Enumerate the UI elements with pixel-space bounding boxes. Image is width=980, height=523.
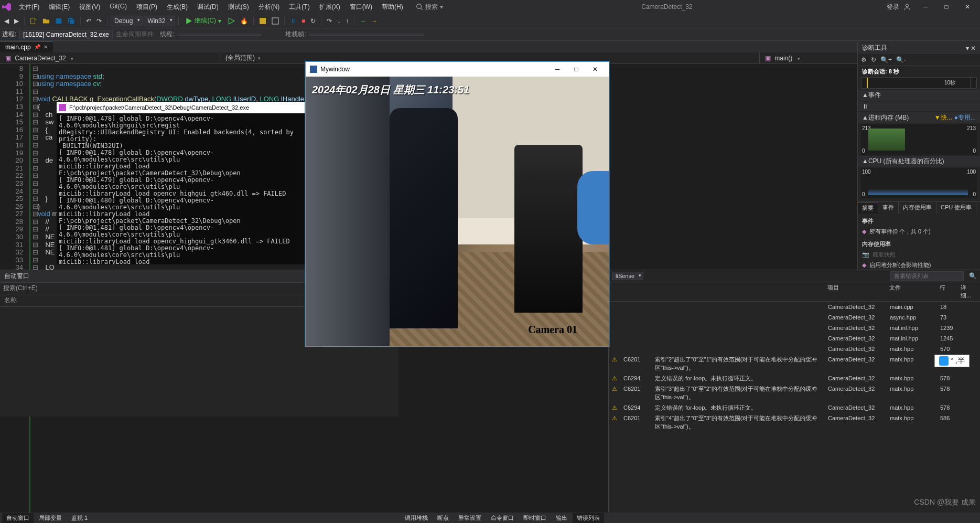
- diag-tab[interactable]: 事件: [878, 202, 899, 214]
- bottom-tab[interactable]: 调用堆栈: [401, 513, 432, 523]
- break-button[interactable]: ⏸: [288, 16, 298, 26]
- lifecycle-button[interactable]: 生命周期事件: [116, 30, 154, 39]
- error-row[interactable]: CameraDetect_32async.hpp73: [609, 312, 980, 323]
- next-stmt-button[interactable]: →: [369, 16, 380, 26]
- nav-back-button[interactable]: ◀: [2, 16, 11, 26]
- bottom-tab[interactable]: 断点: [433, 513, 453, 523]
- menu-item[interactable]: 编辑(E): [45, 1, 74, 13]
- diag-tab[interactable]: 摘要: [858, 202, 878, 214]
- menu-item[interactable]: 工具(T): [285, 1, 314, 13]
- zoom-reset-icon[interactable]: ↻: [871, 56, 876, 63]
- error-row[interactable]: ⚠C6201索引"4"超出了"0"至"3"的有效范围(对于可能在堆栈中分配的缓冲…: [609, 413, 980, 432]
- step-into-button[interactable]: ↓: [335, 16, 342, 26]
- search-icon[interactable]: 🔍: [969, 272, 977, 280]
- error-row[interactable]: CameraDetect_32matx.hpp570: [609, 344, 980, 354]
- pin-icon[interactable]: 📌: [34, 44, 40, 50]
- start-button[interactable]: [225, 16, 237, 26]
- bottom-tab[interactable]: 命令窗口: [487, 513, 518, 523]
- error-row[interactable]: ⚠C6294定义错误的 for-loop。未执行循环正文。CameraDetec…: [609, 402, 980, 413]
- maximize-button[interactable]: □: [936, 0, 957, 14]
- error-row[interactable]: CameraDetect_32mat.inl.hpp1239: [609, 323, 980, 333]
- error-search-input[interactable]: [890, 271, 964, 281]
- menu-item[interactable]: 测试(S): [224, 1, 253, 13]
- search-menu[interactable]: 搜索 ▾: [412, 2, 447, 13]
- step-over-button[interactable]: ↷: [325, 16, 334, 26]
- bottom-tab[interactable]: 即时窗口: [519, 513, 551, 523]
- menu-item[interactable]: 项目(P): [132, 1, 161, 13]
- zoom-in-icon[interactable]: 🔍+: [880, 56, 892, 63]
- minimize-button[interactable]: ─: [915, 0, 936, 14]
- platform-dropdown[interactable]: Win32: [144, 16, 175, 26]
- menu-item[interactable]: 文件(F): [15, 1, 44, 13]
- nav-project[interactable]: ▣ CameraDetect_32: [0, 54, 220, 63]
- all-events-link[interactable]: ◆所有事件(0 个，共 0 个): [862, 226, 976, 237]
- memory-section[interactable]: ▲进程内存 (MB) ▼快... ●专用...: [858, 112, 980, 123]
- process-label: 进程:: [2, 30, 16, 39]
- save-all-button[interactable]: [66, 16, 77, 26]
- diag-title[interactable]: 诊断工具 ▾ ✕: [858, 42, 980, 54]
- diag-timeline[interactable]: 10秒: [861, 77, 977, 89]
- menu-item[interactable]: 扩展(X): [315, 1, 344, 13]
- snapshot-button[interactable]: 📷截取快照: [862, 249, 976, 260]
- error-row[interactable]: CameraDetect_32mat.inl.hpp1245: [609, 333, 980, 344]
- stop-button[interactable]: ■: [299, 16, 307, 26]
- intellisense-dropdown[interactable]: liSense: [612, 272, 643, 280]
- console-titlebar[interactable]: F:\pcb\project\packet\CameraDetect_32\De…: [57, 102, 306, 113]
- windows-button[interactable]: [270, 16, 281, 26]
- bottom-tab[interactable]: 输出: [552, 513, 572, 523]
- menu-item[interactable]: 帮助(H): [378, 1, 407, 13]
- close-button[interactable]: ✕: [957, 0, 978, 14]
- events-pause[interactable]: ⏸: [858, 102, 980, 111]
- bottom-tab[interactable]: 错误列表: [573, 513, 604, 523]
- diag-tab[interactable]: CPU 使用率: [936, 202, 976, 214]
- menu-item[interactable]: 生成(B): [163, 1, 192, 13]
- config-dropdown[interactable]: Debug: [111, 16, 143, 26]
- open-button[interactable]: [40, 16, 52, 26]
- restart-button[interactable]: ↻: [308, 16, 318, 26]
- nav-fwd-button[interactable]: ▶: [12, 16, 21, 26]
- menu-item[interactable]: 窗口(W): [346, 1, 376, 13]
- error-row[interactable]: ⚠C6294定义错误的 for-loop。未执行循环正文。CameraDetec…: [609, 373, 980, 383]
- cursor-button[interactable]: →: [358, 16, 368, 26]
- step-out-button[interactable]: ↑: [343, 16, 351, 26]
- thread-dropdown[interactable]: [177, 34, 261, 36]
- diag-tab[interactable]: 内存使用率: [899, 202, 936, 214]
- bottom-tab[interactable]: 自动窗口: [2, 513, 34, 523]
- new-button[interactable]: +: [28, 16, 39, 26]
- mywindow-camera[interactable]: Mywindow ─ □ ✕ 2024年02月28日 星期三 11:23:51 …: [305, 61, 609, 347]
- cpu-section[interactable]: ▲CPU (所有处理器的百分比): [858, 156, 980, 167]
- my-maximize-button[interactable]: □: [567, 66, 586, 73]
- error-row[interactable]: ⚠C6201索引"3"超出了"0"至"2"的有效范围(对于可能在堆栈中分配的缓冲…: [609, 383, 980, 402]
- zoom-out-icon[interactable]: 🔍-: [896, 56, 906, 63]
- error-row[interactable]: ⚠C6201索引"2"超出了"0"至"1"的有效范围(对于可能在堆栈中分配的缓冲…: [609, 354, 980, 373]
- ime-candidate[interactable]: ° ,半: [934, 355, 970, 367]
- heap-profile-button[interactable]: ◆启用堆分析(会影响性能): [862, 260, 976, 270]
- menu-item[interactable]: 视图(V): [75, 1, 104, 13]
- continue-button[interactable]: 继续(C) ▾: [182, 15, 224, 26]
- process-dropdown[interactable]: [16192] CameraDetect_32.exe: [19, 30, 112, 39]
- menu-item[interactable]: 调试(D): [193, 1, 223, 13]
- save-button[interactable]: [53, 16, 64, 26]
- events-section[interactable]: ▲事件: [858, 90, 980, 101]
- menu-item[interactable]: 分析(N): [254, 1, 284, 13]
- bottom-tab[interactable]: 监视 1: [67, 513, 92, 523]
- memory-graph[interactable]: 213 213 0 0: [861, 124, 977, 155]
- tab-main-cpp[interactable]: main.cpp 📌 ✕: [0, 41, 53, 52]
- undo-button[interactable]: ↶: [84, 16, 93, 26]
- redo-button[interactable]: ↷: [94, 16, 104, 26]
- bottom-tab[interactable]: 异常设置: [454, 513, 486, 523]
- user-icon[interactable]: [903, 3, 911, 10]
- hotreload-button[interactable]: 🔥: [238, 16, 250, 26]
- menu-item[interactable]: Git(G): [105, 1, 131, 13]
- close-icon[interactable]: ✕: [44, 44, 48, 50]
- error-row[interactable]: CameraDetect_32main.cpp18: [609, 302, 980, 312]
- mywindow-titlebar[interactable]: Mywindow ─ □ ✕: [306, 62, 609, 77]
- my-minimize-button[interactable]: ─: [548, 66, 567, 73]
- gear-icon[interactable]: ⚙: [861, 56, 867, 63]
- browser-button[interactable]: [257, 16, 268, 26]
- bottom-tab[interactable]: 局部变量: [35, 513, 66, 523]
- login-link[interactable]: 登录: [887, 3, 899, 12]
- stackframe-dropdown[interactable]: [309, 34, 424, 36]
- my-close-button[interactable]: ✕: [586, 66, 605, 73]
- cpu-graph[interactable]: 100 100 0 0: [861, 168, 977, 198]
